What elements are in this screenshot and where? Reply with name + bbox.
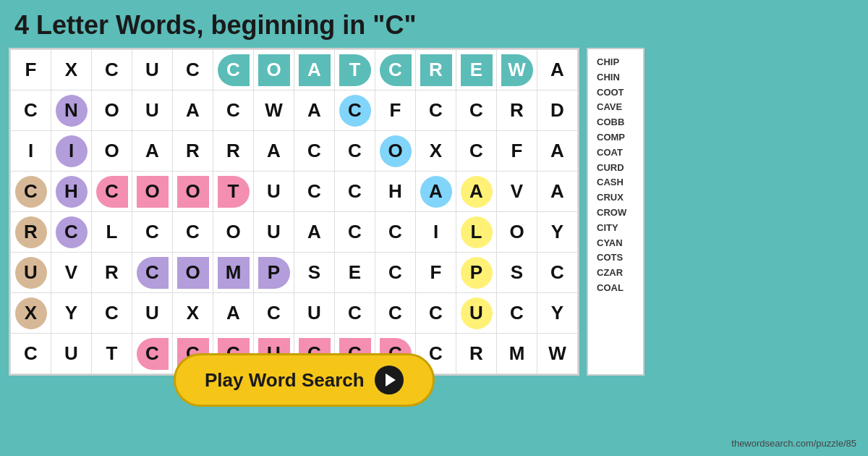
grid-cell[interactable]: F [11, 50, 51, 90]
grid-cell[interactable]: R [497, 90, 537, 131]
grid-cell[interactable]: A [294, 50, 335, 90]
grid-cell[interactable]: O [254, 50, 294, 90]
grid-cell[interactable]: C [213, 90, 254, 131]
play-button[interactable]: Play Word Search [174, 353, 435, 407]
grid-cell[interactable]: R [213, 131, 254, 172]
grid-cell[interactable]: X [11, 293, 51, 334]
grid-cell[interactable]: S [497, 253, 537, 293]
grid-cell[interactable]: A [537, 50, 578, 90]
grid-cell[interactable]: O [497, 212, 537, 253]
grid-cell[interactable]: U [132, 90, 173, 131]
grid-cell[interactable]: Y [537, 293, 578, 334]
grid-cell[interactable]: C [132, 212, 173, 253]
grid-cell[interactable]: C [173, 50, 213, 90]
grid-cell[interactable]: P [254, 253, 294, 293]
grid-cell[interactable]: H [51, 172, 92, 212]
grid-cell[interactable]: H [375, 172, 416, 212]
grid-cell[interactable]: A [294, 212, 335, 253]
grid-cell[interactable]: C [335, 90, 375, 131]
grid-cell[interactable]: A [456, 172, 497, 212]
grid-cell[interactable]: V [497, 172, 537, 212]
grid-cell[interactable]: I [416, 212, 456, 253]
grid-cell[interactable]: R [456, 334, 497, 374]
grid-cell[interactable]: U [456, 293, 497, 334]
grid-cell[interactable]: C [51, 212, 92, 253]
grid-cell[interactable]: Y [51, 293, 92, 334]
grid-cell[interactable]: T [213, 172, 254, 212]
grid-cell[interactable]: M [497, 334, 537, 374]
grid-cell[interactable]: W [254, 90, 294, 131]
grid-cell[interactable]: C [537, 253, 578, 293]
grid-cell[interactable]: U [254, 212, 294, 253]
grid-cell[interactable]: F [497, 131, 537, 172]
grid-cell[interactable]: P [456, 253, 497, 293]
grid-cell[interactable]: C [132, 334, 173, 374]
grid-cell[interactable]: C [456, 131, 497, 172]
grid-cell[interactable]: C [92, 50, 132, 90]
grid-cell[interactable]: N [51, 90, 92, 131]
grid-cell[interactable]: O [213, 212, 254, 253]
grid-cell[interactable]: C [335, 293, 375, 334]
grid-cell[interactable]: C [254, 293, 294, 334]
grid-cell[interactable]: C [456, 90, 497, 131]
grid-cell[interactable]: A [537, 131, 578, 172]
grid-cell[interactable]: C [213, 50, 254, 90]
grid-cell[interactable]: O [92, 131, 132, 172]
grid-cell[interactable]: C [173, 212, 213, 253]
grid-cell[interactable]: A [254, 131, 294, 172]
grid-cell[interactable]: O [132, 172, 173, 212]
grid-cell[interactable]: C [375, 293, 416, 334]
grid-cell[interactable]: C [416, 293, 456, 334]
grid-cell[interactable]: R [416, 50, 456, 90]
grid-cell[interactable]: O [375, 131, 416, 172]
grid-cell[interactable]: E [456, 50, 497, 90]
grid-cell[interactable]: U [294, 293, 335, 334]
grid-cell[interactable]: C [375, 212, 416, 253]
grid-cell[interactable]: F [416, 253, 456, 293]
grid-cell[interactable]: U [254, 172, 294, 212]
grid-cell[interactable]: X [416, 131, 456, 172]
grid-cell[interactable]: C [375, 253, 416, 293]
grid-cell[interactable]: L [92, 212, 132, 253]
grid-cell[interactable]: A [132, 131, 173, 172]
grid-cell[interactable]: A [173, 90, 213, 131]
grid-cell[interactable]: S [294, 253, 335, 293]
grid-cell[interactable]: C [92, 172, 132, 212]
grid-cell[interactable]: U [132, 50, 173, 90]
grid-cell[interactable]: W [497, 50, 537, 90]
grid-cell[interactable]: X [51, 50, 92, 90]
grid-cell[interactable]: L [456, 212, 497, 253]
grid-cell[interactable]: C [132, 253, 173, 293]
grid-cell[interactable]: V [51, 253, 92, 293]
grid-cell[interactable]: C [335, 131, 375, 172]
grid-cell[interactable]: A [213, 293, 254, 334]
grid-cell[interactable]: Y [537, 212, 578, 253]
grid-cell[interactable]: A [416, 172, 456, 212]
grid-cell[interactable]: R [92, 253, 132, 293]
grid-cell[interactable]: C [294, 172, 335, 212]
grid-cell[interactable]: C [92, 293, 132, 334]
grid-cell[interactable]: C [335, 172, 375, 212]
grid-cell[interactable]: E [335, 253, 375, 293]
grid-cell[interactable]: C [497, 293, 537, 334]
grid-cell[interactable]: C [11, 334, 51, 374]
grid-cell[interactable]: C [11, 90, 51, 131]
grid-cell[interactable]: A [294, 90, 335, 131]
grid-cell[interactable]: U [51, 334, 92, 374]
grid-cell[interactable]: U [11, 253, 51, 293]
grid-cell[interactable]: F [375, 90, 416, 131]
grid-cell[interactable]: U [132, 293, 173, 334]
grid-cell[interactable]: D [537, 90, 578, 131]
grid-cell[interactable]: O [173, 172, 213, 212]
grid-cell[interactable]: C [375, 50, 416, 90]
grid-cell[interactable]: C [335, 212, 375, 253]
grid-cell[interactable]: I [11, 131, 51, 172]
grid-cell[interactable]: M [213, 253, 254, 293]
grid-cell[interactable]: R [11, 212, 51, 253]
grid-cell[interactable]: X [173, 293, 213, 334]
grid-cell[interactable]: W [537, 334, 578, 374]
grid-cell[interactable]: C [11, 172, 51, 212]
grid-cell[interactable]: A [537, 172, 578, 212]
grid-cell[interactable]: T [92, 334, 132, 374]
grid-cell[interactable]: R [173, 131, 213, 172]
